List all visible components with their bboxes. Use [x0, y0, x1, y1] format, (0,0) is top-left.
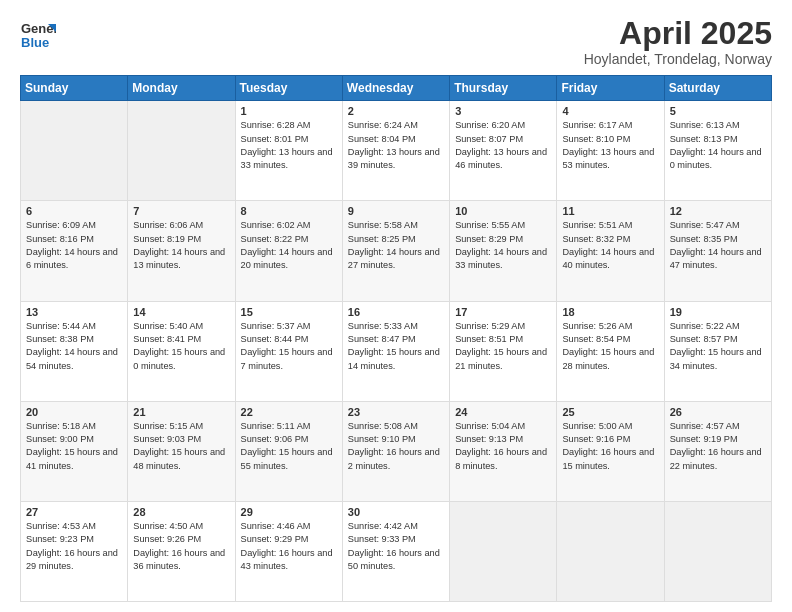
- day-number: 18: [562, 306, 658, 318]
- col-wednesday: Wednesday: [342, 76, 449, 101]
- cell-info: Sunrise: 6:09 AM Sunset: 8:16 PM Dayligh…: [26, 219, 122, 272]
- day-number: 10: [455, 205, 551, 217]
- calendar-cell: [450, 501, 557, 601]
- calendar-cell: 16Sunrise: 5:33 AM Sunset: 8:47 PM Dayli…: [342, 301, 449, 401]
- calendar-cell: 6Sunrise: 6:09 AM Sunset: 8:16 PM Daylig…: [21, 201, 128, 301]
- cell-info: Sunrise: 4:50 AM Sunset: 9:26 PM Dayligh…: [133, 520, 229, 573]
- cell-info: Sunrise: 5:47 AM Sunset: 8:35 PM Dayligh…: [670, 219, 766, 272]
- header: General Blue April 2025 Hoylandet, Trond…: [20, 16, 772, 67]
- cell-info: Sunrise: 6:24 AM Sunset: 8:04 PM Dayligh…: [348, 119, 444, 172]
- week-row-4: 20Sunrise: 5:18 AM Sunset: 9:00 PM Dayli…: [21, 401, 772, 501]
- cell-info: Sunrise: 5:58 AM Sunset: 8:25 PM Dayligh…: [348, 219, 444, 272]
- cell-info: Sunrise: 4:57 AM Sunset: 9:19 PM Dayligh…: [670, 420, 766, 473]
- day-number: 27: [26, 506, 122, 518]
- calendar-cell: 3Sunrise: 6:20 AM Sunset: 8:07 PM Daylig…: [450, 101, 557, 201]
- day-number: 1: [241, 105, 337, 117]
- cell-info: Sunrise: 5:55 AM Sunset: 8:29 PM Dayligh…: [455, 219, 551, 272]
- cell-info: Sunrise: 5:40 AM Sunset: 8:41 PM Dayligh…: [133, 320, 229, 373]
- day-number: 22: [241, 406, 337, 418]
- day-number: 16: [348, 306, 444, 318]
- cell-info: Sunrise: 5:00 AM Sunset: 9:16 PM Dayligh…: [562, 420, 658, 473]
- header-row: Sunday Monday Tuesday Wednesday Thursday…: [21, 76, 772, 101]
- svg-text:General: General: [21, 21, 56, 36]
- day-number: 9: [348, 205, 444, 217]
- calendar-cell: 4Sunrise: 6:17 AM Sunset: 8:10 PM Daylig…: [557, 101, 664, 201]
- cell-info: Sunrise: 6:20 AM Sunset: 8:07 PM Dayligh…: [455, 119, 551, 172]
- calendar-cell: 20Sunrise: 5:18 AM Sunset: 9:00 PM Dayli…: [21, 401, 128, 501]
- calendar-cell: 24Sunrise: 5:04 AM Sunset: 9:13 PM Dayli…: [450, 401, 557, 501]
- calendar-cell: 22Sunrise: 5:11 AM Sunset: 9:06 PM Dayli…: [235, 401, 342, 501]
- logo-icon: General Blue: [20, 16, 56, 52]
- day-number: 5: [670, 105, 766, 117]
- day-number: 12: [670, 205, 766, 217]
- calendar-cell: 7Sunrise: 6:06 AM Sunset: 8:19 PM Daylig…: [128, 201, 235, 301]
- calendar-cell: 23Sunrise: 5:08 AM Sunset: 9:10 PM Dayli…: [342, 401, 449, 501]
- col-friday: Friday: [557, 76, 664, 101]
- day-number: 15: [241, 306, 337, 318]
- day-number: 30: [348, 506, 444, 518]
- cell-info: Sunrise: 5:11 AM Sunset: 9:06 PM Dayligh…: [241, 420, 337, 473]
- cell-info: Sunrise: 4:42 AM Sunset: 9:33 PM Dayligh…: [348, 520, 444, 573]
- calendar-cell: [21, 101, 128, 201]
- cell-info: Sunrise: 6:06 AM Sunset: 8:19 PM Dayligh…: [133, 219, 229, 272]
- cell-info: Sunrise: 6:17 AM Sunset: 8:10 PM Dayligh…: [562, 119, 658, 172]
- col-saturday: Saturday: [664, 76, 771, 101]
- cell-info: Sunrise: 6:28 AM Sunset: 8:01 PM Dayligh…: [241, 119, 337, 172]
- cell-info: Sunrise: 4:46 AM Sunset: 9:29 PM Dayligh…: [241, 520, 337, 573]
- calendar-cell: 27Sunrise: 4:53 AM Sunset: 9:23 PM Dayli…: [21, 501, 128, 601]
- day-number: 19: [670, 306, 766, 318]
- cell-info: Sunrise: 6:13 AM Sunset: 8:13 PM Dayligh…: [670, 119, 766, 172]
- title-block: April 2025 Hoylandet, Trondelag, Norway: [584, 16, 772, 67]
- week-row-5: 27Sunrise: 4:53 AM Sunset: 9:23 PM Dayli…: [21, 501, 772, 601]
- cell-info: Sunrise: 5:33 AM Sunset: 8:47 PM Dayligh…: [348, 320, 444, 373]
- calendar-cell: 8Sunrise: 6:02 AM Sunset: 8:22 PM Daylig…: [235, 201, 342, 301]
- day-number: 4: [562, 105, 658, 117]
- day-number: 2: [348, 105, 444, 117]
- cell-info: Sunrise: 6:02 AM Sunset: 8:22 PM Dayligh…: [241, 219, 337, 272]
- day-number: 26: [670, 406, 766, 418]
- cell-info: Sunrise: 5:15 AM Sunset: 9:03 PM Dayligh…: [133, 420, 229, 473]
- calendar-cell: 2Sunrise: 6:24 AM Sunset: 8:04 PM Daylig…: [342, 101, 449, 201]
- day-number: 25: [562, 406, 658, 418]
- calendar-cell: [664, 501, 771, 601]
- col-sunday: Sunday: [21, 76, 128, 101]
- day-number: 3: [455, 105, 551, 117]
- cell-info: Sunrise: 5:44 AM Sunset: 8:38 PM Dayligh…: [26, 320, 122, 373]
- week-row-3: 13Sunrise: 5:44 AM Sunset: 8:38 PM Dayli…: [21, 301, 772, 401]
- calendar-cell: 14Sunrise: 5:40 AM Sunset: 8:41 PM Dayli…: [128, 301, 235, 401]
- day-number: 14: [133, 306, 229, 318]
- cell-info: Sunrise: 5:51 AM Sunset: 8:32 PM Dayligh…: [562, 219, 658, 272]
- cell-info: Sunrise: 5:08 AM Sunset: 9:10 PM Dayligh…: [348, 420, 444, 473]
- calendar-cell: 30Sunrise: 4:42 AM Sunset: 9:33 PM Dayli…: [342, 501, 449, 601]
- col-monday: Monday: [128, 76, 235, 101]
- calendar-cell: [557, 501, 664, 601]
- day-number: 13: [26, 306, 122, 318]
- week-row-1: 1Sunrise: 6:28 AM Sunset: 8:01 PM Daylig…: [21, 101, 772, 201]
- calendar-cell: 13Sunrise: 5:44 AM Sunset: 8:38 PM Dayli…: [21, 301, 128, 401]
- calendar-cell: 1Sunrise: 6:28 AM Sunset: 8:01 PM Daylig…: [235, 101, 342, 201]
- day-number: 17: [455, 306, 551, 318]
- calendar-cell: 17Sunrise: 5:29 AM Sunset: 8:51 PM Dayli…: [450, 301, 557, 401]
- day-number: 24: [455, 406, 551, 418]
- main-title: April 2025: [584, 16, 772, 51]
- calendar-cell: 19Sunrise: 5:22 AM Sunset: 8:57 PM Dayli…: [664, 301, 771, 401]
- page: General Blue April 2025 Hoylandet, Trond…: [0, 0, 792, 612]
- calendar-cell: 5Sunrise: 6:13 AM Sunset: 8:13 PM Daylig…: [664, 101, 771, 201]
- calendar-table: Sunday Monday Tuesday Wednesday Thursday…: [20, 75, 772, 602]
- calendar-cell: 29Sunrise: 4:46 AM Sunset: 9:29 PM Dayli…: [235, 501, 342, 601]
- calendar-cell: 10Sunrise: 5:55 AM Sunset: 8:29 PM Dayli…: [450, 201, 557, 301]
- subtitle: Hoylandet, Trondelag, Norway: [584, 51, 772, 67]
- calendar-cell: 15Sunrise: 5:37 AM Sunset: 8:44 PM Dayli…: [235, 301, 342, 401]
- cell-info: Sunrise: 4:53 AM Sunset: 9:23 PM Dayligh…: [26, 520, 122, 573]
- calendar-cell: 11Sunrise: 5:51 AM Sunset: 8:32 PM Dayli…: [557, 201, 664, 301]
- day-number: 11: [562, 205, 658, 217]
- cell-info: Sunrise: 5:29 AM Sunset: 8:51 PM Dayligh…: [455, 320, 551, 373]
- cell-info: Sunrise: 5:18 AM Sunset: 9:00 PM Dayligh…: [26, 420, 122, 473]
- week-row-2: 6Sunrise: 6:09 AM Sunset: 8:16 PM Daylig…: [21, 201, 772, 301]
- calendar-cell: 12Sunrise: 5:47 AM Sunset: 8:35 PM Dayli…: [664, 201, 771, 301]
- cell-info: Sunrise: 5:04 AM Sunset: 9:13 PM Dayligh…: [455, 420, 551, 473]
- calendar-cell: 9Sunrise: 5:58 AM Sunset: 8:25 PM Daylig…: [342, 201, 449, 301]
- calendar-cell: 25Sunrise: 5:00 AM Sunset: 9:16 PM Dayli…: [557, 401, 664, 501]
- day-number: 28: [133, 506, 229, 518]
- calendar-cell: 28Sunrise: 4:50 AM Sunset: 9:26 PM Dayli…: [128, 501, 235, 601]
